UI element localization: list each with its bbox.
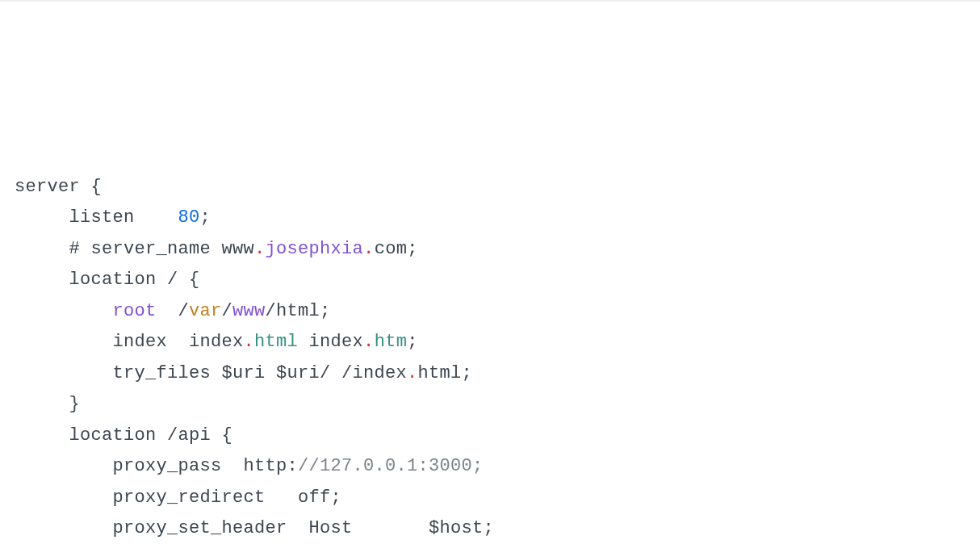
token: listen [69, 207, 178, 228]
token: proxy_pass http: [113, 456, 299, 476]
token: 80 [178, 207, 200, 228]
token: . [407, 363, 418, 383]
code-line-6: index index.html index.htm; [15, 327, 965, 358]
token: . [244, 332, 255, 352]
token: } [69, 394, 81, 414]
code-line-5: root /var/www/html; [15, 296, 965, 328]
token: / [157, 301, 190, 321]
token: index [298, 332, 363, 352]
token: . [363, 239, 375, 259]
token: / [222, 301, 233, 321]
token: try_files $uri $uri/ /index [113, 363, 408, 383]
token: proxy_redirect off; [113, 488, 342, 508]
code-line-4: location / { [15, 265, 965, 296]
code-line-10: proxy_pass http://127.0.0.1:3000; [15, 451, 965, 483]
token: html; [418, 363, 473, 383]
code-line-11: proxy_redirect off; [15, 483, 965, 514]
token: location / { [69, 270, 200, 290]
token: location /api { [69, 425, 233, 446]
token: . [254, 239, 266, 259]
token: com; [375, 239, 418, 259]
token: www [232, 301, 266, 321]
token: # server_name www [69, 239, 255, 259]
token: index index [113, 332, 244, 352]
code-line-2: listen 80; [15, 203, 965, 234]
code-line-12: proxy_set_header Host $host; [15, 513, 965, 544]
token: htm [375, 332, 408, 352]
top-border [0, 0, 980, 2]
code-line-9: location /api { [15, 421, 965, 452]
token: html [254, 332, 298, 352]
token: root [113, 301, 157, 321]
token: josephxia [266, 239, 364, 259]
code-block: server { listen 80; # server_name www.jo… [15, 172, 965, 545]
token: ; [407, 332, 418, 352]
token: //127.0.0.1:3000; [298, 456, 484, 476]
token: /html; [266, 301, 331, 321]
token: proxy_set_header Host $host; [113, 518, 495, 538]
code-line-3: # server_name www.josephxia.com; [15, 234, 965, 266]
token: server { [15, 177, 102, 197]
token: . [363, 332, 375, 352]
code-line-7: try_files $uri $uri/ /index.html; [15, 358, 965, 390]
code-line-1: server { [15, 172, 965, 203]
token: ; [200, 207, 211, 228]
code-line-8: } [15, 389, 965, 421]
token: var [189, 301, 222, 321]
